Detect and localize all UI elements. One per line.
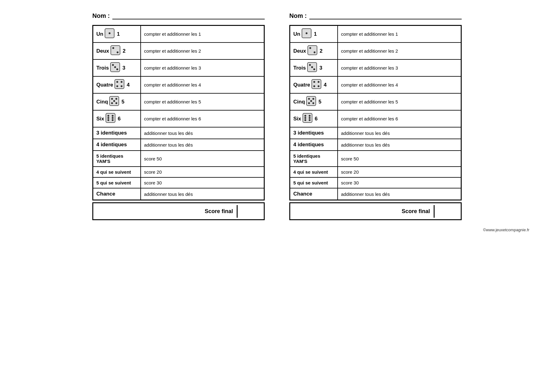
dice-four-2 <box>311 79 321 91</box>
row-chance-1: Chance additionner tous les dés <box>93 188 264 200</box>
dice-two-1 <box>110 45 120 57</box>
label-4id-2: 4 identiques <box>290 139 338 150</box>
svg-point-48 <box>304 115 306 117</box>
label-chance-1: Chance <box>93 188 141 200</box>
row-cinq-2: Cinq 5 compter et additionner les 5 <box>290 94 461 111</box>
svg-rect-47 <box>303 113 312 123</box>
svg-point-53 <box>309 119 311 121</box>
row-un-1: Un 1 compter et additionner les 1 <box>93 26 264 43</box>
label-chance-2: Chance <box>290 188 338 200</box>
desc-quatre-1: compter et additionner les 4 <box>141 80 238 90</box>
nom-underline-1[interactable] <box>112 13 265 19</box>
score-final-box-2[interactable] <box>435 203 461 219</box>
svg-point-19 <box>115 102 117 104</box>
row-quatre-2: Quatre 4 compter et additionner les 4 <box>290 77 461 94</box>
nom-line-2: Nom : <box>289 12 462 19</box>
dice-six-1 <box>106 113 115 124</box>
desc-5qs-1: score 30 <box>141 178 238 188</box>
dice-two-2 <box>307 45 317 57</box>
desc-six-1: compter et additionner les 6 <box>141 114 238 124</box>
svg-rect-36 <box>312 79 321 89</box>
desc-trois-2: compter et additionner les 3 <box>338 63 435 73</box>
svg-point-12 <box>116 85 118 87</box>
svg-rect-29 <box>308 46 317 55</box>
row-trois-2: Trois 3 compter et additionner les 3 <box>290 60 461 77</box>
sheets-container: Nom : Un 1 compter et additionner les 1 <box>18 12 536 220</box>
row-trois-1: Trois 3 compter et additionner les 3 <box>93 60 264 77</box>
svg-rect-2 <box>111 46 120 55</box>
dice-six-2 <box>303 113 312 124</box>
svg-point-1 <box>109 32 110 34</box>
svg-point-40 <box>318 85 319 87</box>
svg-point-49 <box>309 115 311 117</box>
dice-five-2 <box>306 96 316 107</box>
row-4id-1: 4 identiques additionner tous les dés <box>93 139 264 151</box>
desc-5id-2: score 50 <box>338 154 435 164</box>
row-chance-2: Chance additionner tous les dés <box>290 188 461 200</box>
svg-point-6 <box>112 64 114 66</box>
svg-point-23 <box>107 117 109 119</box>
svg-point-44 <box>310 100 312 102</box>
label-deux-1: Deux 2 <box>93 43 141 59</box>
label-un-1: Un 1 <box>93 26 141 42</box>
svg-rect-20 <box>106 113 115 123</box>
row-5qs-2: 5 qui se suivent score 30 <box>290 178 461 188</box>
svg-point-17 <box>113 100 115 102</box>
score-grid-1: Un 1 compter et additionner les 1 Deux 2 <box>92 25 265 200</box>
desc-trois-1: compter et additionner les 3 <box>141 63 238 73</box>
svg-point-39 <box>313 85 315 87</box>
svg-point-37 <box>313 81 315 83</box>
dice-one-1 <box>105 28 114 40</box>
desc-un-2: compter et additionner les 1 <box>338 29 435 39</box>
svg-point-33 <box>309 64 311 66</box>
label-5qs-2: 5 qui se suivent <box>290 178 338 188</box>
desc-3id-2: additionner tous les dés <box>338 128 435 138</box>
label-un-2: Un 1 <box>290 26 338 42</box>
svg-point-25 <box>107 119 109 121</box>
svg-point-35 <box>313 68 315 70</box>
label-3id-1: 3 identiques <box>93 127 141 139</box>
score-final-label-2: Score final <box>290 205 435 218</box>
label-4id-1: 4 identiques <box>93 139 141 150</box>
desc-4qs-1: score 20 <box>141 167 238 177</box>
row-3id-1: 3 identiques additionner tous les dés <box>93 127 264 139</box>
row-six-2: Six 6 compter et additionner les 6 <box>290 111 461 127</box>
svg-point-8 <box>116 68 118 70</box>
score-grid-2: Un 1 compter et additionner les 1 Deux 2 <box>289 25 462 200</box>
sheet-1: Nom : Un 1 compter et additionner les 1 <box>92 12 265 220</box>
label-3id-2: 3 identiques <box>290 127 338 139</box>
svg-point-28 <box>306 32 307 34</box>
row-un-2: Un 1 compter et additionner les 1 <box>290 26 461 43</box>
row-5qs-1: 5 qui se suivent score 30 <box>93 178 264 188</box>
desc-4id-2: additionner tous les dés <box>338 140 435 150</box>
nom-underline-2[interactable] <box>309 13 462 19</box>
label-quatre-1: Quatre 4 <box>93 77 141 93</box>
row-5id-1: 5 identiques YAM'S score 50 <box>93 151 264 167</box>
label-5id-2: 5 identiques YAM'S <box>290 151 338 166</box>
score-final-label-1: Score final <box>93 205 238 218</box>
svg-point-31 <box>314 51 315 53</box>
svg-point-34 <box>311 66 313 68</box>
dice-five-1 <box>109 96 119 107</box>
svg-point-50 <box>304 117 306 119</box>
nom-label-1: Nom : <box>92 12 110 19</box>
dice-three-1 <box>110 62 120 74</box>
row-deux-1: Deux 2 compter et additionner les 2 <box>93 43 264 60</box>
svg-point-52 <box>304 119 306 121</box>
desc-un-1: compter et additionner les 1 <box>141 29 238 39</box>
dice-three-2 <box>307 62 317 74</box>
desc-six-2: compter et additionner les 6 <box>338 114 435 124</box>
desc-deux-1: compter et additionner les 2 <box>141 46 238 56</box>
row-deux-2: Deux 2 compter et additionner les 2 <box>290 43 461 60</box>
desc-quatre-2: compter et additionner les 4 <box>338 80 435 90</box>
svg-point-46 <box>312 102 314 104</box>
svg-point-22 <box>112 115 114 117</box>
dice-four-1 <box>114 79 124 91</box>
label-cinq-1: Cinq 5 <box>93 94 141 110</box>
row-quatre-1: Quatre 4 compter et additionner les 4 <box>93 77 264 94</box>
desc-cinq-1: compter et additionner les 5 <box>141 97 238 107</box>
label-4qs-2: 4 qui se suivent <box>290 167 338 177</box>
nom-line-1: Nom : <box>92 12 265 19</box>
score-final-box-1[interactable] <box>238 203 264 219</box>
svg-point-42 <box>308 98 310 100</box>
